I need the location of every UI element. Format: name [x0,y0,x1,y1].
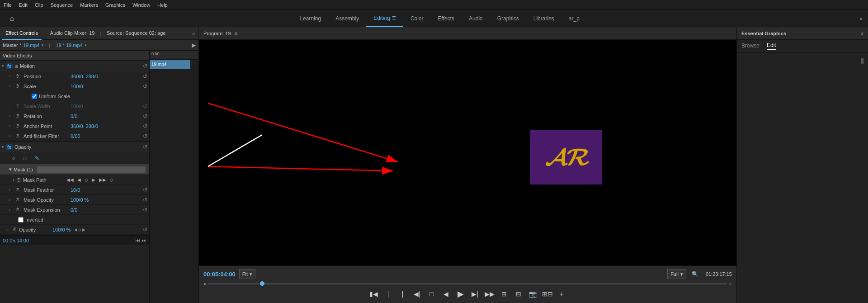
scale-stopwatch[interactable]: ⏱ [15,84,22,89]
mask-expansion-value[interactable]: 0/0 [71,207,77,213]
menu-file[interactable]: File [4,2,12,8]
tab-effects[interactable]: Effects [431,10,462,27]
tc-step-back[interactable]: ⏮ [136,238,140,243]
rotation-value[interactable]: 0/0 [71,114,77,119]
motion-group-header[interactable]: ▾ fx ⊞ Motion ↺ [0,61,149,71]
ellipse-mask-tool[interactable]: ○ [9,154,18,163]
clip-dropdown-arrow[interactable]: ▾ [42,43,44,47]
menu-markers[interactable]: Markers [80,2,98,8]
uniform-scale-checkbox[interactable] [32,94,37,99]
export-frame-button[interactable]: 📷 [528,289,538,299]
zoom-icon[interactable]: 🔍 [692,271,698,277]
mask-path-stopwatch[interactable]: ⏱ [16,177,21,183]
mask-path-next[interactable]: ▶ [91,177,96,182]
mask-feather-value[interactable]: 10/0 [71,187,80,193]
eg-tab-edit[interactable]: Edit [767,42,776,50]
anchor-chevron[interactable]: › [9,124,14,128]
tab-learning[interactable]: Learning [292,10,328,27]
clip-label-master[interactable]: 19.mp4 [23,43,40,48]
position-reset[interactable]: ↺ [143,73,147,80]
scale-reset[interactable]: ↺ [143,83,147,90]
mask-opacity-stopwatch[interactable]: ⏱ [15,197,22,202]
scale-width-stopwatch[interactable]: ⏱ [15,104,22,109]
mask-path-chevron[interactable]: › [13,177,14,183]
scrubber-thumb[interactable] [260,281,264,286]
linked-clip-label[interactable]: 19 * 19.mp4 [56,43,83,48]
workspace-more-button[interactable]: » [859,15,863,22]
next-frame-button[interactable]: ▶| [470,289,481,299]
inverted-checkbox[interactable] [18,217,24,223]
opacity-group-header[interactable]: ▾ fx Opacity ↺ [0,142,149,152]
program-menu-icon[interactable]: ≡ [235,30,238,37]
position-chevron[interactable]: › [9,74,14,79]
compare-button[interactable]: ⊞⊟ [542,289,553,299]
opacity-nav-right[interactable]: ▶ [82,227,85,232]
play-stop-button[interactable]: ▶ [455,289,466,299]
extract-button[interactable]: ⊟ [513,289,524,299]
anti-flicker-stopwatch[interactable]: ⏱ [15,133,22,138]
tab-arp[interactable]: ar_p [561,10,587,27]
mask-opacity-reset[interactable]: ↺ [143,197,147,203]
rect-mask-tool[interactable]: □ [21,154,30,163]
eg-tab-browse[interactable]: Browse [741,43,760,50]
video-effects-section[interactable]: Video Effects [0,51,149,61]
tab-editing[interactable]: Editing ☰ [366,10,403,27]
opacity-nav-left[interactable]: ◀ [74,227,77,232]
scale-value[interactable]: 100/0 [71,84,83,89]
anti-flicker-chevron[interactable]: › [9,134,14,138]
position-stopwatch[interactable]: ⏱ [15,74,22,79]
goto-out-button[interactable]: ▶▶ [484,289,495,299]
mask-feather-reset[interactable]: ↺ [143,187,147,193]
bottom-timecode[interactable]: 00:05:04:00 [3,238,29,243]
anchor-value1[interactable]: 360/0 [71,123,83,129]
scale-chevron[interactable]: › [9,84,14,89]
tab-color[interactable]: Color [403,10,431,27]
mark-in-button[interactable]: ▮◀ [368,289,379,299]
eg-menu-icon[interactable]: ≡ [861,31,863,36]
program-timecode[interactable]: 00:05:04:00 [203,271,236,278]
tab-audio[interactable]: Audio [462,10,490,27]
tab-source[interactable]: Source: Sequence 02: age [103,27,169,40]
mask-path-add-keyframe[interactable]: ◇ [84,177,89,182]
anchor-reset[interactable]: ↺ [143,123,147,129]
scale-width-chevron[interactable]: › [9,104,14,109]
menu-window[interactable]: Window [132,2,150,8]
step-back-button[interactable]: ◀| [412,289,423,299]
opacity-prop-stopwatch[interactable]: ⏱ [13,227,17,232]
mask-expansion-chevron[interactable]: › [9,208,14,212]
prev-frame-button[interactable]: ◀ [441,289,452,299]
scale-width-value[interactable]: 100/0 [71,104,83,109]
tab-libraries[interactable]: Libraries [526,10,561,27]
tab-assembly[interactable]: Assembly [328,10,366,27]
position-value1[interactable]: 360/0 [71,74,83,79]
play-button-master[interactable]: ▶ [192,42,196,48]
pen-mask-tool[interactable]: ✎ [33,154,42,163]
linked-dropdown-arrow[interactable]: ▾ [85,43,87,47]
anti-flicker-reset[interactable]: ↺ [143,133,147,139]
tab-graphics[interactable]: Graphics [490,10,526,27]
anchor-stopwatch[interactable]: ⏱ [15,123,22,128]
mask-path-edit[interactable]: ◇ [109,177,114,182]
mask-path-last[interactable]: ▶▶ [98,177,107,182]
mask-expansion-reset[interactable]: ↺ [143,207,147,213]
menu-sequence[interactable]: Sequence [51,2,73,8]
mask-header[interactable]: ▾ Mask (1) [0,164,149,175]
motion-reset-button[interactable]: ↺ [143,63,147,69]
mark-out-button[interactable]: | [383,289,394,299]
position-value2[interactable]: 288/0 [86,74,99,79]
add-button[interactable]: + [557,289,567,299]
fit-dropdown[interactable]: Fit ▾ [239,269,255,279]
opacity-prop-reset[interactable]: ↺ [143,227,147,233]
menu-clip[interactable]: Clip [35,2,43,8]
mask-feather-stopwatch[interactable]: ⏱ [15,187,22,192]
menu-graphics[interactable]: Graphics [105,2,125,8]
opacity-reset-group[interactable]: ↺ [143,144,147,150]
rotation-chevron[interactable]: › [9,114,14,118]
insert-button[interactable]: □ [426,289,437,299]
home-button[interactable]: ⌂ [4,10,20,27]
mask-feather-chevron[interactable]: › [9,188,14,192]
eg-sidebar-collapse-icon[interactable]: ▮ [860,56,864,65]
anchor-value2[interactable]: 288/0 [86,123,99,129]
opacity-prop-chevron[interactable]: › [6,227,11,232]
mask-opacity-value[interactable]: 100/0 % [71,197,89,203]
